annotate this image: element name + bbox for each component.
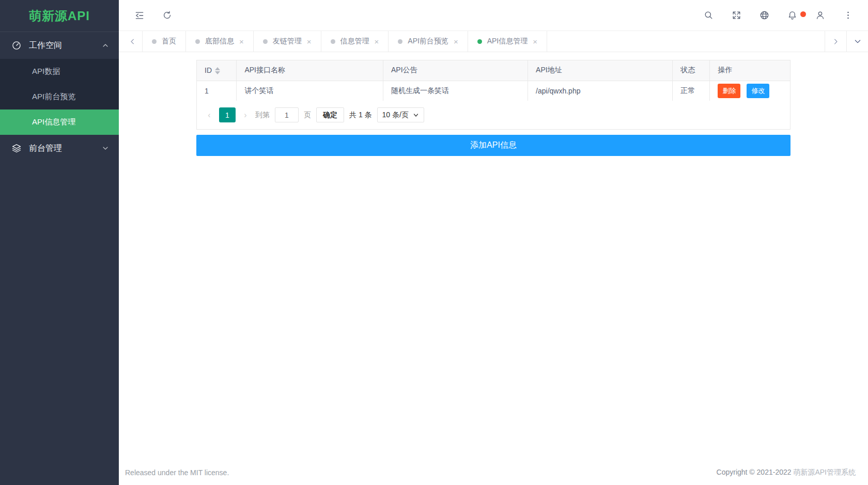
top-header <box>119 0 868 31</box>
layers-icon <box>11 143 22 153</box>
gauge-icon <box>11 40 22 51</box>
chevron-down-icon <box>413 112 419 118</box>
fullscreen-icon[interactable] <box>732 10 742 21</box>
total-count-label: 共 1 条 <box>349 111 372 120</box>
tab-close-icon[interactable]: × <box>533 38 537 45</box>
bell-icon[interactable] <box>787 10 798 21</box>
cell-notice: 随机生成一条笑话 <box>383 81 528 101</box>
cell-url: /api/qwxh.php <box>528 81 673 101</box>
tab-label: 信息管理 <box>340 37 369 46</box>
add-api-info-button[interactable]: 添加API信息 <box>196 135 791 156</box>
sidebar: 萌新源API 工作空间 API数据 API前台预览 API信息管理 <box>0 0 119 485</box>
tab-info-management[interactable]: 信息管理 × <box>321 31 389 52</box>
confirm-page-button[interactable]: 确定 <box>316 107 344 122</box>
sidebar-item-api-data[interactable]: API数据 <box>0 59 119 84</box>
sidebar-item-label: API前台预览 <box>32 92 75 102</box>
chevron-down-icon <box>101 144 110 152</box>
sort-icon[interactable] <box>215 67 220 74</box>
cell-status: 正常 <box>673 81 710 101</box>
next-page-icon[interactable]: › <box>241 111 250 120</box>
api-table: ID API接口名称 API公告 API地址 状态 操作 1 讲个笑话 <box>197 60 790 101</box>
column-header-name: API接口名称 <box>237 60 383 81</box>
tab-close-icon[interactable]: × <box>307 38 312 45</box>
app-logo: 萌新源API <box>0 0 119 32</box>
search-icon[interactable] <box>704 10 714 21</box>
tab-footer-info[interactable]: 底部信息 × <box>186 31 254 52</box>
page-size-value: 10 条/页 <box>382 111 409 120</box>
tab-api-preview[interactable]: API前台预览 × <box>389 31 468 52</box>
sidebar-item-label: API信息管理 <box>32 117 75 127</box>
tab-api-info-management[interactable]: API信息管理 × <box>468 31 547 52</box>
column-header-status: 状态 <box>673 60 710 81</box>
tab-label: API前台预览 <box>408 37 448 46</box>
tab-status-dot <box>398 39 402 44</box>
delete-button[interactable]: 删除 <box>718 84 740 98</box>
api-table-card: ID API接口名称 API公告 API地址 状态 操作 1 讲个笑话 <box>196 60 791 130</box>
tab-status-dot <box>331 39 335 44</box>
main-area: 首页 底部信息 × 友链管理 × 信息管理 × <box>119 0 868 485</box>
tab-close-icon[interactable]: × <box>239 38 244 45</box>
cell-name: 讲个笑话 <box>237 81 383 101</box>
tab-status-dot <box>477 39 482 44</box>
tab-home[interactable]: 首页 <box>143 31 186 52</box>
page-unit-label: 页 <box>304 111 311 120</box>
sidebar-item-api-info-management[interactable]: API信息管理 <box>0 109 119 135</box>
workspace-submenu: API数据 API前台预览 API信息管理 <box>0 59 119 135</box>
current-page-button[interactable]: 1 <box>219 107 236 122</box>
page-size-select[interactable]: 10 条/页 <box>377 107 424 122</box>
table-header-row: ID API接口名称 API公告 API地址 状态 操作 <box>197 60 790 81</box>
tab-label: 友链管理 <box>273 37 302 46</box>
column-header-operations: 操作 <box>710 60 790 81</box>
goto-page-input[interactable] <box>275 107 299 122</box>
pagination: ‹ 1 › 到第 页 确定 共 1 条 10 条/页 <box>197 101 790 129</box>
tabs-scroll-right-icon[interactable] <box>825 31 846 52</box>
sidebar-item-label: API数据 <box>32 67 60 76</box>
column-header-id[interactable]: ID <box>197 60 237 81</box>
page-footer: Released under the MIT license. Copyrigh… <box>119 460 868 485</box>
tab-close-icon[interactable]: × <box>454 38 458 45</box>
user-icon[interactable] <box>815 10 826 21</box>
prev-page-icon[interactable]: ‹ <box>205 111 214 120</box>
edit-button[interactable]: 修改 <box>747 84 769 98</box>
sidebar-item-label: 工作空间 <box>29 40 101 51</box>
tab-label: API信息管理 <box>487 37 528 46</box>
tab-status-dot <box>195 39 200 44</box>
tabs-container: 首页 底部信息 × 友链管理 × 信息管理 × <box>143 31 825 52</box>
tabs-scroll-left-icon[interactable] <box>123 31 143 52</box>
cell-operations: 删除 修改 <box>710 81 790 101</box>
sidebar-item-label: 前台管理 <box>29 143 101 154</box>
page-content: ID API接口名称 API公告 API地址 状态 操作 1 讲个笑话 <box>119 52 868 460</box>
tab-status-dot <box>152 39 157 44</box>
tab-label: 底部信息 <box>205 37 234 46</box>
more-vertical-icon[interactable] <box>843 10 854 21</box>
tab-label: 首页 <box>162 37 176 46</box>
table-row: 1 讲个笑话 随机生成一条笑话 /api/qwxh.php 正常 删除 修改 <box>197 81 790 101</box>
goto-label: 到第 <box>255 111 270 120</box>
column-header-url: API地址 <box>528 60 673 81</box>
collapse-sidebar-icon[interactable] <box>134 10 145 21</box>
copyright-text: Copyright © 2021-2022 萌新源API管理系统 <box>717 468 856 477</box>
sidebar-item-workspace[interactable]: 工作空间 <box>0 32 119 59</box>
brand-name: 萌新源API管理系统 <box>793 468 856 476</box>
tab-close-icon[interactable]: × <box>375 38 379 45</box>
cell-id: 1 <box>197 81 237 101</box>
refresh-icon[interactable] <box>162 10 173 21</box>
globe-icon[interactable] <box>760 10 770 21</box>
tabs-menu-chevron-down-icon[interactable] <box>846 31 868 52</box>
license-text: Released under the MIT license. <box>125 468 229 477</box>
sidebar-item-api-preview[interactable]: API前台预览 <box>0 84 119 109</box>
sidebar-item-frontend-management[interactable]: 前台管理 <box>0 135 119 162</box>
notification-dot <box>800 11 806 17</box>
chevron-up-icon <box>101 41 110 50</box>
tab-friend-links[interactable]: 友链管理 × <box>254 31 321 52</box>
tab-status-dot <box>263 39 268 44</box>
app-root: 萌新源API 工作空间 API数据 API前台预览 API信息管理 <box>0 0 868 485</box>
tab-bar: 首页 底部信息 × 友链管理 × 信息管理 × <box>119 31 868 52</box>
column-header-notice: API公告 <box>383 60 528 81</box>
